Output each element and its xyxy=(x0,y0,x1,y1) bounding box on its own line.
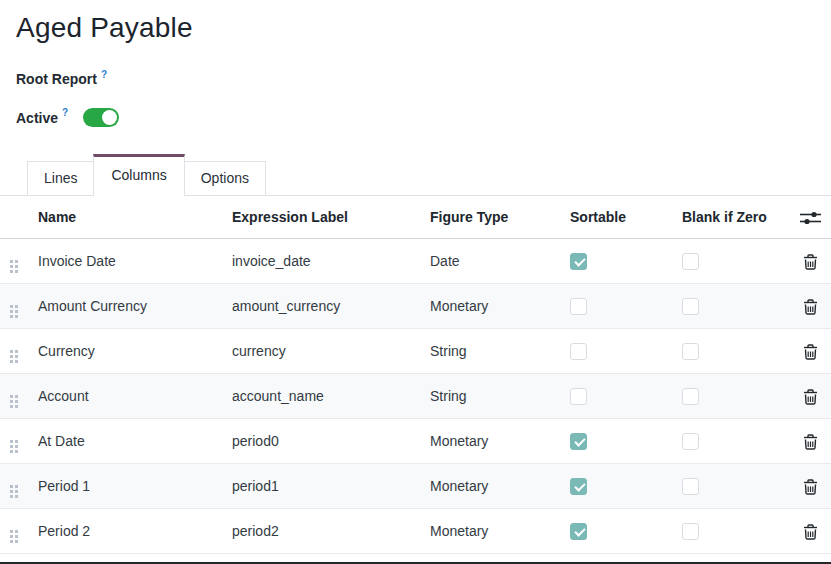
tab-options[interactable]: Options xyxy=(184,161,266,196)
table-body: Invoice Date invoice_date Date Amount Cu… xyxy=(0,239,831,554)
blank-if-zero-checkbox[interactable] xyxy=(682,523,699,540)
help-icon[interactable]: ? xyxy=(101,69,107,80)
tab-columns[interactable]: Columns xyxy=(93,154,184,196)
cell-name[interactable]: Invoice Date xyxy=(38,253,232,269)
help-icon[interactable]: ? xyxy=(62,107,68,118)
sortable-checkbox[interactable] xyxy=(570,523,587,540)
blank-if-zero-checkbox[interactable] xyxy=(682,253,699,270)
blank-if-zero-checkbox[interactable] xyxy=(682,433,699,450)
blank-if-zero-checkbox[interactable] xyxy=(682,478,699,495)
table-row: Amount Currency amount_currency Monetary xyxy=(0,284,831,329)
drag-handle-icon[interactable] xyxy=(10,530,18,543)
drag-handle-icon[interactable] xyxy=(10,485,18,498)
cell-figure-type[interactable]: String xyxy=(430,343,565,359)
sortable-checkbox[interactable] xyxy=(570,253,587,270)
table-row: At Date period0 Monetary xyxy=(0,419,831,464)
drag-handle-icon[interactable] xyxy=(10,395,18,408)
columns-table: Name Expression Label Figure Type Sortab… xyxy=(0,196,831,554)
header-expression-label[interactable]: Expression Label xyxy=(232,209,430,225)
cell-figure-type[interactable]: Date xyxy=(430,253,565,269)
drag-handle-icon[interactable] xyxy=(10,350,18,363)
trash-icon[interactable] xyxy=(803,389,818,405)
sortable-checkbox[interactable] xyxy=(570,388,587,405)
table-row: Account account_name String xyxy=(0,374,831,419)
active-toggle[interactable] xyxy=(83,108,119,127)
header-name[interactable]: Name xyxy=(38,209,232,225)
toggle-knob-icon xyxy=(102,110,117,125)
table-row: Currency currency String xyxy=(0,329,831,374)
cell-name[interactable]: Currency xyxy=(38,343,232,359)
trash-icon[interactable] xyxy=(803,344,818,360)
sortable-checkbox[interactable] xyxy=(570,343,587,360)
cell-expression-label[interactable]: period1 xyxy=(232,478,430,494)
drag-handle-icon[interactable] xyxy=(10,440,18,453)
drag-handle-icon[interactable] xyxy=(10,305,18,318)
form-header: Aged Payable Root Report? Active? xyxy=(0,0,831,127)
sortable-checkbox[interactable] xyxy=(570,433,587,450)
drag-handle-icon[interactable] xyxy=(10,260,18,273)
trash-icon[interactable] xyxy=(803,524,818,540)
cell-expression-label[interactable]: period2 xyxy=(232,523,430,539)
sortable-checkbox[interactable] xyxy=(570,298,587,315)
blank-if-zero-checkbox[interactable] xyxy=(682,343,699,360)
cell-expression-label[interactable]: invoice_date xyxy=(232,253,430,269)
sortable-checkbox[interactable] xyxy=(570,478,587,495)
notebook-tabs: Lines Columns Options xyxy=(0,154,831,196)
cell-expression-label[interactable]: period0 xyxy=(232,433,430,449)
header-figure-type[interactable]: Figure Type xyxy=(430,209,565,225)
cell-figure-type[interactable]: Monetary xyxy=(430,298,565,314)
header-blank-if-zero[interactable]: Blank if Zero xyxy=(682,209,800,225)
cell-figure-type[interactable]: Monetary xyxy=(430,433,565,449)
sliders-icon[interactable] xyxy=(800,210,821,226)
blank-if-zero-checkbox[interactable] xyxy=(682,388,699,405)
cell-expression-label[interactable]: account_name xyxy=(232,388,430,404)
cell-expression-label[interactable]: currency xyxy=(232,343,430,359)
cell-name[interactable]: Period 1 xyxy=(38,478,232,494)
cell-figure-type[interactable]: Monetary xyxy=(430,478,565,494)
trash-icon[interactable] xyxy=(803,254,818,270)
trash-icon[interactable] xyxy=(803,479,818,495)
cell-name[interactable]: Period 2 xyxy=(38,523,232,539)
table-header-row: Name Expression Label Figure Type Sortab… xyxy=(0,196,831,239)
page-title: Aged Payable xyxy=(16,12,815,44)
cell-name[interactable]: Account xyxy=(38,388,232,404)
active-label: Active xyxy=(16,110,58,126)
cell-expression-label[interactable]: amount_currency xyxy=(232,298,430,314)
root-report-field: Root Report? xyxy=(16,71,815,87)
tab-lines[interactable]: Lines xyxy=(27,161,94,196)
active-field: Active? xyxy=(16,108,815,127)
trash-icon[interactable] xyxy=(803,299,818,315)
cell-figure-type[interactable]: String xyxy=(430,388,565,404)
table-row: Period 2 period2 Monetary xyxy=(0,509,831,554)
cell-name[interactable]: At Date xyxy=(38,433,232,449)
trash-icon[interactable] xyxy=(803,434,818,450)
table-row: Period 1 period1 Monetary xyxy=(0,464,831,509)
table-row: Invoice Date invoice_date Date xyxy=(0,239,831,284)
header-sortable[interactable]: Sortable xyxy=(565,209,682,225)
cell-figure-type[interactable]: Monetary xyxy=(430,523,565,539)
cell-name[interactable]: Amount Currency xyxy=(38,298,232,314)
root-report-label: Root Report xyxy=(16,71,97,87)
blank-if-zero-checkbox[interactable] xyxy=(682,298,699,315)
